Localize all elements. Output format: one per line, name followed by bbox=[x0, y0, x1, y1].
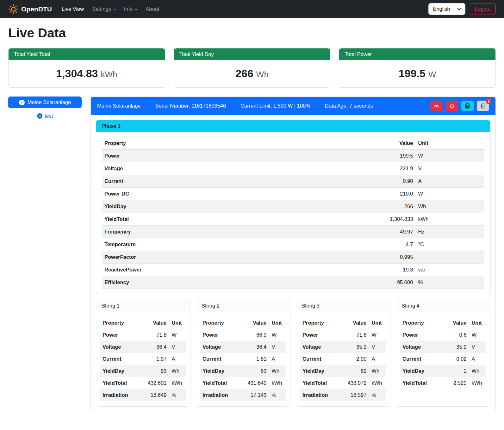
unit-cell: V bbox=[369, 341, 386, 353]
value-cell: 1.97 bbox=[143, 353, 169, 365]
unit-cell: W bbox=[269, 329, 286, 341]
column-header-value: Value bbox=[343, 317, 369, 329]
summary-value: 1,304.83 bbox=[56, 67, 98, 79]
string-card-body: Property Value Unit Power bbox=[96, 312, 190, 406]
value-cell: 35.9 bbox=[443, 341, 469, 353]
column-header-value: Value bbox=[370, 137, 415, 150]
summary-card-body: 199.5W bbox=[339, 60, 495, 87]
unit-cell: V bbox=[269, 341, 286, 353]
table-row: YieldDay 83 Wh bbox=[200, 365, 286, 377]
property-cell: Efficiency bbox=[102, 276, 370, 289]
column-header-property: Property bbox=[100, 317, 143, 329]
table-row: Current 0.90 A bbox=[102, 175, 484, 188]
value-cell: 71.8 bbox=[143, 329, 169, 341]
power-icon bbox=[450, 103, 455, 109]
page-title: Live Data bbox=[8, 26, 496, 41]
summary-value: 266 bbox=[235, 67, 253, 79]
unit-cell: Wh bbox=[169, 365, 186, 377]
power-control-button[interactable] bbox=[446, 101, 458, 111]
property-cell: YieldDay bbox=[200, 365, 243, 377]
brand[interactable]: OpenDTU bbox=[8, 4, 52, 14]
inverter-serial: Serial Number: 116171603546 bbox=[155, 103, 226, 109]
chevron-down-icon bbox=[113, 9, 116, 10]
journal-icon bbox=[481, 103, 486, 109]
unit-cell: kWh bbox=[369, 377, 386, 389]
value-cell: 432.601 bbox=[143, 377, 169, 389]
value-cell: 17.143 bbox=[243, 389, 269, 401]
inverter-data-age: Data Age: 7 seconds bbox=[325, 103, 373, 109]
property-cell: ReactivePower bbox=[102, 264, 370, 276]
table-row: Efficiency 95.000 % bbox=[102, 276, 484, 289]
summary-card-title: Total Yield Total bbox=[9, 48, 165, 60]
property-cell: Current bbox=[102, 175, 370, 188]
string-table-body: Power 0.6 W Voltage 35.9 V bbox=[400, 329, 486, 389]
column-header-unit: Unit bbox=[369, 317, 386, 329]
inverter-card-header: Meine Solaranlage Serial Number: 1161716… bbox=[91, 97, 495, 115]
column-header-property: Property bbox=[400, 317, 443, 329]
value-cell: 19.3 bbox=[370, 264, 415, 276]
string-card-title: String 4 bbox=[396, 300, 490, 312]
property-cell: YieldTotal bbox=[400, 377, 443, 389]
unit-cell: var bbox=[415, 264, 484, 276]
summary-card-body: 1,304.83kWh bbox=[9, 60, 165, 87]
property-cell: Power DC bbox=[102, 188, 370, 200]
inverter-select-label: Meine Solaranlage bbox=[28, 99, 71, 105]
nav-item-settings[interactable]: Settings bbox=[88, 3, 120, 15]
unit-cell: °C bbox=[415, 238, 484, 251]
summary-card-total-yield-day: Total Yield Day 266Wh bbox=[174, 48, 331, 88]
table-row: Power 66.0 W bbox=[200, 329, 286, 341]
inverter-item-test[interactable]: ✕ test bbox=[8, 113, 82, 119]
logout-button[interactable]: Logout bbox=[470, 3, 496, 15]
unit-cell: % bbox=[415, 276, 484, 289]
table-row: Voltage 36.4 V bbox=[200, 341, 286, 353]
x-circle-icon: ✕ bbox=[37, 113, 42, 119]
table-header-row: Property Value Unit bbox=[102, 137, 484, 150]
value-cell: 2.520 bbox=[443, 377, 469, 389]
summary-unit: kWh bbox=[101, 70, 117, 79]
table-row: Irradiation 17.143 % bbox=[200, 389, 286, 401]
nav-item-about[interactable]: About bbox=[141, 3, 163, 15]
value-cell: 210.0 bbox=[370, 188, 415, 200]
value-cell: 18.649 bbox=[143, 389, 169, 401]
table-row: ReactivePower 19.3 var bbox=[102, 264, 484, 276]
value-cell: 95.000 bbox=[370, 276, 415, 289]
string-table-body: Power 71.6 W Voltage 35.9 V bbox=[300, 329, 386, 401]
value-cell: 0.90 bbox=[370, 175, 415, 188]
inverter-limit: Current Limit: 1,500 W | 100% bbox=[240, 103, 310, 109]
property-cell: YieldTotal bbox=[102, 213, 370, 226]
unit-cell: W bbox=[415, 150, 484, 162]
property-cell: Current bbox=[400, 353, 443, 365]
summary-cards-row: Total Yield Total 1,304.83kWh Total Yiel… bbox=[8, 48, 496, 88]
property-cell: Voltage bbox=[400, 341, 443, 353]
property-cell: YieldTotal bbox=[100, 377, 143, 389]
limit-settings-button[interactable] bbox=[430, 101, 443, 111]
table-row: PowerFactor 0.995 bbox=[102, 251, 484, 264]
value-cell: 1,304.833 bbox=[370, 213, 415, 226]
string-card-1: String 1 Property Value Unit bbox=[96, 300, 190, 407]
inverter-sidebar: ✓ Meine Solaranlage ✕ test bbox=[8, 97, 82, 119]
device-info-button[interactable] bbox=[461, 101, 474, 111]
value-cell: 35.9 bbox=[343, 341, 369, 353]
top-navbar: OpenDTU Live View Settings Info About En… bbox=[0, 0, 504, 18]
language-select[interactable]: English bbox=[428, 3, 465, 15]
nav-item-live-view[interactable]: Live View bbox=[58, 3, 88, 15]
value-cell: 83 bbox=[243, 365, 269, 377]
unit-cell: % bbox=[369, 389, 386, 401]
property-cell: YieldDay bbox=[300, 365, 343, 377]
inverter-card-body: Phase 1 Property Value Unit bbox=[91, 115, 495, 412]
unit-cell: % bbox=[269, 389, 286, 401]
column-header-value: Value bbox=[243, 317, 269, 329]
value-cell: 36.4 bbox=[143, 341, 169, 353]
string-card-3: String 3 Property Value Unit bbox=[296, 300, 390, 407]
property-cell: Power bbox=[100, 329, 143, 341]
table-header-row: Property Value Unit bbox=[200, 317, 286, 329]
inverter-select-button[interactable]: ✓ Meine Solaranlage bbox=[8, 97, 82, 108]
value-cell: 18.597 bbox=[343, 389, 369, 401]
value-cell: 66.0 bbox=[243, 329, 269, 341]
chevron-down-icon bbox=[135, 9, 137, 10]
string-table: Property Value Unit Power bbox=[400, 317, 486, 389]
event-log-button[interactable]: 2 bbox=[477, 101, 489, 111]
value-cell: 36.4 bbox=[243, 341, 269, 353]
strings-row: String 1 Property Value Unit bbox=[96, 300, 490, 407]
nav-item-info[interactable]: Info bbox=[120, 3, 142, 15]
